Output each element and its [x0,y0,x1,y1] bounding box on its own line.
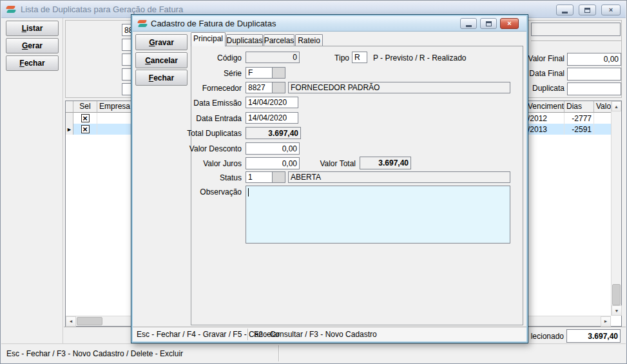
tipo-hint: P - Previsto / R - Realizado [373,53,467,62]
sel-cell[interactable]: × [73,113,97,124]
statusbar-separator [278,345,280,361]
codigo-label: Código [204,53,242,62]
gravar-button[interactable]: Gravar [135,34,188,50]
valor-cell[interactable] [594,113,612,124]
scroll-left-icon[interactable]: ◄ [66,316,76,327]
serie-lookup-button[interactable] [273,67,285,79]
cadastro-fatura-dialog: Cadastro de Fatura de Duplicatas × Grava… [131,14,528,343]
total-duplicatas-field: 3.697,40 [246,127,301,139]
tab-rateio-label: Rateio [298,36,320,45]
valor-total-field: 3.697,40 [360,157,411,169]
maximize-button[interactable] [579,5,596,15]
main-statusbar-text: Esc - Fechar / F3 - Novo Cadastro / Dele… [6,349,183,358]
data-entrada-label: Data Entrada [191,114,242,123]
observacao-label: Observação [191,187,242,196]
dialog-titlebar: Cadastro de Fatura de Duplicatas × [133,16,526,32]
observacao-textarea[interactable] [246,186,510,244]
status-lookup-button[interactable] [273,171,285,183]
cancelar-button[interactable]: Cancelar [135,52,188,68]
fornecedor-code-input[interactable]: 8827 [246,82,273,93]
gravar-button-label: Gravar [149,38,174,47]
total-selecionado-value: 3.697,40 [566,329,621,343]
checkbox-checked-icon[interactable]: × [81,114,90,122]
gerar-button[interactable]: Gerar [6,38,59,53]
dialog-statusbar-right-text: F2 - Consultar / F3 - Novo Cadastro [254,330,377,339]
group-divider [531,41,621,42]
grid-header-sel: Sel [73,101,97,113]
scroll-up-icon[interactable]: ▲ [612,101,621,111]
vertical-scrollbar-thumb[interactable] [612,284,621,305]
data-final-input[interactable] [567,68,621,81]
tipo-input[interactable]: R [352,52,367,63]
fornecedor-name-field: FORNECEDOR PADRÃO [288,82,510,93]
fornecedor-lookup-button[interactable] [273,82,285,93]
dialog-inner: Cadastro de Fatura de Duplicatas × Grava… [133,16,526,341]
close-icon: × [507,20,511,27]
valor-juros-label: Valor Juros [191,159,242,168]
listar-button[interactable]: Listar [6,21,59,36]
current-row-marker-icon: ► [66,126,72,133]
valor-desconto-input[interactable]: 0,00 [246,142,300,155]
data-emissao-input[interactable]: 14/04/2020 [246,97,298,108]
row-selector-cell[interactable]: ► [66,124,73,135]
status-code-input[interactable]: 1 [246,171,273,183]
serie-label: Série [204,69,242,78]
data-emissao-label: Data Emissão [191,99,242,108]
dialog-title: Cadastro de Fatura de Duplicatas [151,16,276,32]
tab-parcelas[interactable]: Parcelas [264,34,294,46]
status-label: Status [204,173,242,182]
dialog-statusbar: Esc - Fechar / F4 - Gravar / F5 - Cancel… [133,327,526,341]
valor-desconto-label: Valor Desconto [182,144,242,153]
valor-total-label: Valor Total [314,159,356,168]
tab-page-principal: Código 0 Tipo R P - Previsto / R - Reali… [191,46,523,325]
valor-final-input[interactable]: 0,00 [567,53,621,66]
data-entrada-input[interactable]: 14/04/2020 [246,112,298,124]
tab-rateio[interactable]: Rateio [295,34,323,46]
fechar-button-label: Fechar [19,59,44,68]
cancelar-button-label: Cancelar [145,56,178,65]
row-selector-cell[interactable] [66,113,73,124]
scroll-down-icon[interactable]: ▼ [612,305,622,316]
tab-duplicatas[interactable]: Duplicatas [226,34,263,46]
app-logo-icon [137,19,148,28]
tab-parcelas-label: Parcelas [264,36,294,45]
main-statusbar: Esc - Fechar / F3 - Novo Cadastro / Dele… [1,343,626,363]
dialog-minimize-button[interactable] [460,18,477,29]
dialog-close-button[interactable]: × [500,18,519,29]
valor-cell[interactable] [594,124,612,135]
gerar-button-label: Gerar [22,41,43,50]
codigo-field: 0 [246,52,300,63]
close-button[interactable]: × [601,5,621,15]
duplicata-input[interactable] [567,82,621,95]
horizontal-scrollbar-thumb[interactable] [77,317,102,325]
scroll-right-icon[interactable]: ► [601,316,611,327]
vencimento-cell[interactable]: /2013 [526,124,564,135]
vertical-scrollbar[interactable]: ▲ ▼ [611,101,621,316]
minimize-button[interactable] [556,5,574,15]
serie-input[interactable]: F [246,67,273,79]
checkbox-checked-icon[interactable]: × [81,125,90,133]
tab-duplicatas-label: Duplicatas [226,36,262,45]
fornecedor-descricao-field [531,23,621,36]
fornecedor-label: Fornecedor [191,84,242,93]
maximize-icon [584,8,590,13]
dias-cell[interactable]: -2777 [564,113,594,124]
grid-header-valor: Valor [594,101,612,113]
tab-principal[interactable]: Principal [191,32,226,46]
total-duplicatas-label: Total Duplicatas [182,129,242,138]
dialog-fechar-button-label: Fechar [149,73,174,82]
dias-cell[interactable]: -2591 [564,124,594,135]
grid-header-dias: Dias [564,101,594,113]
listar-button-label: Listar [22,24,43,33]
fechar-button[interactable]: Fechar [6,55,59,71]
grid-header-selector [66,101,73,113]
minimize-icon [562,12,568,14]
tipo-label: Tipo [323,53,349,62]
vencimento-cell[interactable]: /2012 [526,113,564,124]
dialog-fechar-button[interactable]: Fechar [135,70,188,86]
sel-cell[interactable]: × [73,124,97,135]
dialog-maximize-button[interactable] [480,18,497,29]
dialog-statusbar-separator [247,329,249,340]
close-icon: × [609,6,613,14]
valor-juros-input[interactable]: 0,00 [246,157,300,169]
